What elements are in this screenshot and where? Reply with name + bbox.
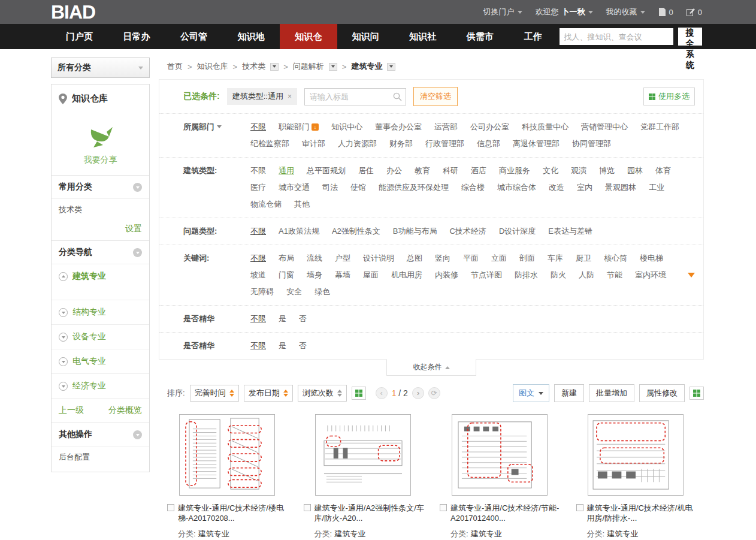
card-title[interactable]: 建筑专业-通用/A2强制性条文/车库/防火-A20... xyxy=(315,503,428,523)
other-actions-header[interactable]: 其他操作 xyxy=(52,423,149,446)
filter-option-剖面[interactable]: 剖面 xyxy=(519,250,535,267)
filter-option-平面[interactable]: 平面 xyxy=(463,250,479,267)
filter-option-董事会办公室[interactable]: 董事会办公室 xyxy=(375,119,422,135)
filter-option-竖向[interactable]: 竖向 xyxy=(435,250,450,267)
filter-option-门窗[interactable]: 门窗 xyxy=(279,267,294,283)
drawing-thumbnail[interactable] xyxy=(452,414,548,496)
sort-button-浏览次数[interactable]: 浏览次数 xyxy=(298,385,347,402)
action-button-批量增加[interactable]: 批量增加 xyxy=(589,384,634,402)
chevron-down-icon[interactable] xyxy=(329,63,337,71)
grid-view-button-2[interactable] xyxy=(690,387,704,400)
filter-option-纪检监察部[interactable]: 纪检监察部 xyxy=(250,135,289,152)
filter-option-室内[interactable]: 室内 xyxy=(577,179,592,196)
filter-option-人力资源部[interactable]: 人力资源部 xyxy=(338,135,377,152)
filter-option-机电用房[interactable]: 机电用房 xyxy=(391,267,422,283)
breadcrumb-item-首页[interactable]: 首页 xyxy=(167,61,183,72)
drilldown-badge-icon[interactable]: ↓ xyxy=(312,123,319,131)
filter-option-人防[interactable]: 人防 xyxy=(579,267,594,283)
filter-option-城市交通[interactable]: 城市交通 xyxy=(279,179,310,196)
filter-option-A2强制性条文[interactable]: A2强制性条文 xyxy=(332,223,380,240)
filter-option-不限[interactable]: 不限 xyxy=(250,162,266,179)
filter-option-使馆[interactable]: 使馆 xyxy=(350,179,366,196)
prev-page-button[interactable]: ‹ xyxy=(376,387,388,399)
filter-option-防火[interactable]: 防火 xyxy=(551,267,566,283)
filter-option-科研[interactable]: 科研 xyxy=(443,162,458,179)
filter-option-协同管理部[interactable]: 协同管理部 xyxy=(572,135,611,152)
card-checkbox[interactable] xyxy=(440,504,447,511)
nav-tab-知识问答[interactable]: 知识问答 xyxy=(337,24,395,49)
filter-option-酒店[interactable]: 酒店 xyxy=(471,162,486,179)
nav-tab-公司管理[interactable]: 公司管理 xyxy=(165,24,223,49)
breadcrumb-item-技术类[interactable]: 技术类 xyxy=(242,61,279,72)
filter-option-博览[interactable]: 博览 xyxy=(599,162,615,179)
filter-option-知识中心[interactable]: 知识中心 xyxy=(331,119,362,135)
sort-button-发布日期[interactable]: 发布日期 xyxy=(244,385,293,402)
filter-option-居住[interactable]: 居住 xyxy=(358,162,374,179)
filter-option-审计部[interactable]: 审计部 xyxy=(302,135,325,152)
breadcrumb-item-建筑专业[interactable]: 建筑专业 xyxy=(351,61,395,72)
filter-option-防排水[interactable]: 防排水 xyxy=(515,267,538,283)
grid-view-button[interactable] xyxy=(352,387,366,400)
collapse-conditions-button[interactable]: 收起条件 xyxy=(386,359,476,376)
filter-option-景观园林[interactable]: 景观园林 xyxy=(605,179,636,196)
clear-filters-button[interactable]: 清空筛选 xyxy=(413,87,458,106)
filter-option-户型[interactable]: 户型 xyxy=(335,250,350,267)
filter-option-布局[interactable]: 布局 xyxy=(279,250,294,267)
refresh-button[interactable]: ⟳ xyxy=(428,387,440,399)
title-search-input[interactable] xyxy=(304,88,406,105)
filter-option-不限[interactable]: 不限 xyxy=(250,250,266,267)
filter-option-其他[interactable]: 其他 xyxy=(294,196,310,213)
collapse-circle-icon[interactable] xyxy=(133,430,142,439)
filter-option-墙身[interactable]: 墙身 xyxy=(307,267,322,283)
action-button-属性修改[interactable]: 属性修改 xyxy=(639,384,685,402)
category-nav-header[interactable]: 分类导航 xyxy=(52,240,149,264)
filter-option-绿色[interactable]: 绿色 xyxy=(315,283,330,300)
document-count[interactable]: 0 xyxy=(658,8,673,17)
chevron-down-circle-icon[interactable] xyxy=(59,382,68,391)
filter-option-坡道[interactable]: 坡道 xyxy=(250,267,266,283)
filter-option-改造[interactable]: 改造 xyxy=(549,179,564,196)
filter-option-无障碍[interactable]: 无障碍 xyxy=(250,283,274,300)
filter-option-工业[interactable]: 工业 xyxy=(649,179,664,196)
filter-tag-close-icon[interactable]: × xyxy=(288,92,292,101)
drawing-thumbnail[interactable] xyxy=(588,414,684,496)
up-level-link[interactable]: 上一级 xyxy=(59,405,84,416)
filter-option-是[interactable]: 是 xyxy=(279,310,286,327)
card-checkbox[interactable] xyxy=(576,504,583,511)
filter-option-屋面[interactable]: 屋面 xyxy=(363,267,379,283)
filter-option-观演[interactable]: 观演 xyxy=(571,162,586,179)
global-search-input[interactable] xyxy=(560,28,673,45)
filter-option-B功能与布局[interactable]: B功能与布局 xyxy=(393,223,437,240)
filter-option-总图[interactable]: 总图 xyxy=(407,250,422,267)
filter-option-城市综合体[interactable]: 城市综合体 xyxy=(497,179,536,196)
filter-option-安全[interactable]: 安全 xyxy=(286,283,302,300)
all-categories-dropdown[interactable]: 所有分类 xyxy=(51,58,150,78)
filter-option-C技术经济[interactable]: C技术经济 xyxy=(449,223,486,240)
multi-select-button[interactable]: 使用多选 xyxy=(643,88,695,105)
sort-button-完善时间[interactable]: 完善时间 xyxy=(190,385,239,402)
filter-option-科技质量中心[interactable]: 科技质量中心 xyxy=(522,119,568,135)
chevron-down-circle-icon[interactable] xyxy=(59,357,68,366)
nav-tab-供需市集[interactable]: 供需市集 xyxy=(452,24,509,49)
filter-option-通用[interactable]: 通用 xyxy=(279,162,294,179)
sidebar-item-admin-config[interactable]: 后台配置 xyxy=(52,446,149,468)
filter-option-流线[interactable]: 流线 xyxy=(307,250,322,267)
filter-option-内装修[interactable]: 内装修 xyxy=(435,267,458,283)
view-mode-select[interactable]: 图文 xyxy=(513,384,549,402)
collapse-circle-icon[interactable] xyxy=(133,183,142,192)
filter-option-核心筒[interactable]: 核心筒 xyxy=(604,250,627,267)
filter-option-离退休管理部[interactable]: 离退休管理部 xyxy=(513,135,560,152)
filter-option-楼电梯[interactable]: 楼电梯 xyxy=(640,250,663,267)
filter-option-不限[interactable]: 不限 xyxy=(250,119,266,135)
nav-tab-门户页面[interactable]: 门户页面 xyxy=(51,24,108,49)
filter-option-设计说明[interactable]: 设计说明 xyxy=(363,250,394,267)
share-button[interactable]: 我要分享 xyxy=(52,110,149,175)
card-checkbox[interactable] xyxy=(304,504,311,511)
filter-option-厨卫[interactable]: 厨卫 xyxy=(576,250,591,267)
filter-option-不限[interactable]: 不限 xyxy=(250,310,266,327)
filter-option-A1政策法规[interactable]: A1政策法规 xyxy=(279,223,319,240)
filter-option-立面[interactable]: 立面 xyxy=(491,250,507,267)
filter-option-否[interactable]: 否 xyxy=(299,310,307,327)
search-icon[interactable] xyxy=(393,92,402,101)
filter-option-公司办公室[interactable]: 公司办公室 xyxy=(470,119,509,135)
